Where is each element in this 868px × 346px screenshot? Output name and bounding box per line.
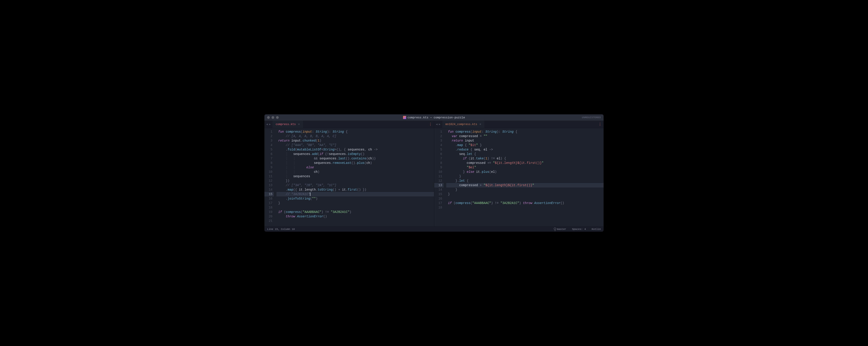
right-tabbar: ◀ ▶ mn1024_compress.kts × ⋮ [434, 120, 604, 128]
code-line[interactable]: compressed + "${it.length}${it.first()}" [446, 183, 604, 187]
code-line[interactable] [276, 219, 434, 223]
code-line[interactable]: .map { "$it" } [446, 143, 604, 147]
line-number: 5 [265, 147, 274, 152]
code-line[interactable]: .joinToString("") [276, 197, 434, 201]
code-line[interactable]: throw AssertionError() [276, 214, 434, 219]
line-number: 8 [434, 161, 443, 165]
code-line[interactable]: var compressed = "" [446, 134, 604, 138]
code-line[interactable]: } [446, 192, 604, 197]
code-line[interactable]: compressed += "${it.length}${it.first()}… [446, 161, 604, 165]
tab-label: mn1024_compress.kts [445, 123, 477, 126]
line-number: 1 [265, 130, 274, 134]
code-line[interactable]: } [446, 187, 604, 192]
right-editor[interactable]: 123456789101112131415161718 fun compress… [434, 128, 604, 213]
line-number: 16 [434, 197, 443, 201]
code-line[interactable]: │ │ sequences.removeLast().plus(ch) [276, 161, 434, 165]
line-number: 14 [434, 187, 443, 192]
right-pane: ◀ ▶ mn1024_compress.kts × ⋮ 123456789101… [434, 120, 604, 226]
code-line[interactable]: // [A, A, A, B, B, A, A, C] [276, 134, 434, 138]
close-icon[interactable]: × [479, 123, 481, 126]
code-line[interactable]: .fold(mutableListOf<String>(), { sequenc… [276, 147, 434, 152]
nav-back-icon[interactable]: ◀ [436, 123, 438, 126]
code-line[interactable]: │ sequences.add(if (!sequences.isEmpty() [276, 152, 434, 156]
code-line[interactable] [446, 197, 604, 201]
code-line[interactable]: .map({ it.length.toString() + it.first()… [276, 187, 434, 192]
code-line[interactable]: if (it.take(1) != el) { [446, 156, 604, 161]
code-line[interactable]: │ │ && sequences.last().contains(ch)) [276, 156, 434, 161]
code-line[interactable]: fun compress(input: String): String { [276, 130, 434, 134]
nav-forward-icon[interactable]: ▶ [269, 123, 271, 126]
code-line[interactable]: │ sequences [276, 174, 434, 179]
editor-window: compress.kts — compression-puzzle UNREGI… [265, 114, 603, 232]
line-number: 3 [434, 138, 443, 143]
line-number: 11 [265, 174, 274, 179]
indentation[interactable]: Spaces: 4 [572, 228, 586, 231]
split-panes: ◀ ▶ compress.kts × ⋮ 1234567891011121314… [265, 120, 603, 226]
line-number: 13 [265, 183, 274, 187]
code-line[interactable]: } [446, 174, 604, 179]
tab-menu-icon[interactable]: ⋮ [596, 120, 603, 128]
code-line[interactable]: }) [276, 179, 434, 183]
close-icon[interactable]: × [298, 123, 300, 126]
tab-nav-right: ◀ ▶ [434, 120, 442, 128]
maximize-window-icon[interactable] [276, 116, 279, 119]
code-line[interactable]: seq.let { [446, 152, 604, 156]
nav-back-icon[interactable]: ◀ [266, 123, 268, 126]
line-number: 7 [434, 156, 443, 161]
code-line[interactable]: // ["AAA", "BB", "AA", "C"] [276, 143, 434, 147]
tab-nav-left: ◀ ▶ [265, 120, 273, 128]
close-window-icon[interactable] [267, 116, 270, 119]
tab-mn1024-compress[interactable]: mn1024_compress.kts × [442, 120, 485, 128]
language-mode[interactable]: Kotlin [592, 228, 601, 231]
code-line[interactable]: fun compress(input: String): String { [446, 130, 604, 134]
line-number: 1 [434, 130, 443, 134]
line-number: 15 [265, 192, 274, 197]
right-gutter: 123456789101112131415161718 [434, 128, 446, 211]
code-line[interactable]: } [276, 201, 434, 205]
title-file: compress.kts [407, 116, 428, 119]
code-line[interactable]: │ │ ch) [276, 170, 434, 174]
line-number: 8 [265, 161, 274, 165]
line-number: 12 [265, 179, 274, 183]
line-number: 2 [434, 134, 443, 138]
line-number: 7 [265, 156, 274, 161]
left-code[interactable]: fun compress(input: String): String { //… [276, 128, 434, 224]
line-number: 5 [434, 147, 443, 152]
line-number: 4 [434, 143, 443, 147]
branch-icon [554, 228, 556, 230]
code-line[interactable] [276, 205, 434, 210]
window-title: compress.kts — compression-puzzle [403, 116, 465, 119]
code-line[interactable]: // ["3A", "2B", "2A", "1C"] [276, 183, 434, 187]
tab-menu-icon[interactable]: ⋮ [426, 120, 434, 128]
code-line[interactable] [446, 205, 604, 210]
code-line[interactable]: "$el" [446, 165, 604, 170]
cursor-position[interactable]: Line 15, Column 18 [267, 228, 295, 231]
code-line[interactable]: │ │ else [276, 165, 434, 170]
code-line[interactable]: // "3A2B2A1C" [276, 192, 434, 197]
line-number: 10 [434, 170, 443, 174]
left-editor[interactable]: 123456789101112131415161718192021 fun co… [265, 128, 434, 226]
nav-forward-icon[interactable]: ▶ [438, 123, 441, 126]
git-branch[interactable]: master [554, 228, 566, 231]
line-number: 10 [265, 170, 274, 174]
tab-compress[interactable]: compress.kts × [273, 120, 303, 128]
code-line[interactable]: if (compress("AAABBAAC") != "3A2B2A1C") [276, 210, 434, 214]
line-number: 18 [265, 205, 274, 210]
line-number: 16 [265, 197, 274, 201]
code-line[interactable]: return input [446, 138, 604, 143]
right-code[interactable]: fun compress(input: String): String { va… [446, 128, 604, 211]
line-number: 12 [434, 179, 443, 183]
line-number: 9 [434, 165, 443, 170]
code-line[interactable]: if (compress("AAABBAAC") != "3A2B2A1C") … [446, 201, 604, 205]
code-line[interactable]: .reduce { seq, el -> [446, 147, 604, 152]
code-line[interactable]: }.let { [446, 179, 604, 183]
title-project: compression-puzzle [434, 116, 465, 119]
minimize-window-icon[interactable] [272, 116, 274, 119]
code-line[interactable]: } else it.plus(el) [446, 170, 604, 174]
line-number: 18 [434, 205, 443, 210]
line-number: 11 [434, 174, 443, 179]
code-line[interactable]: return input.chunked(1) [276, 138, 434, 143]
left-pane: ◀ ▶ compress.kts × ⋮ 1234567891011121314… [265, 120, 434, 226]
left-tabbar: ◀ ▶ compress.kts × ⋮ [265, 120, 434, 128]
line-number: 9 [265, 165, 274, 170]
